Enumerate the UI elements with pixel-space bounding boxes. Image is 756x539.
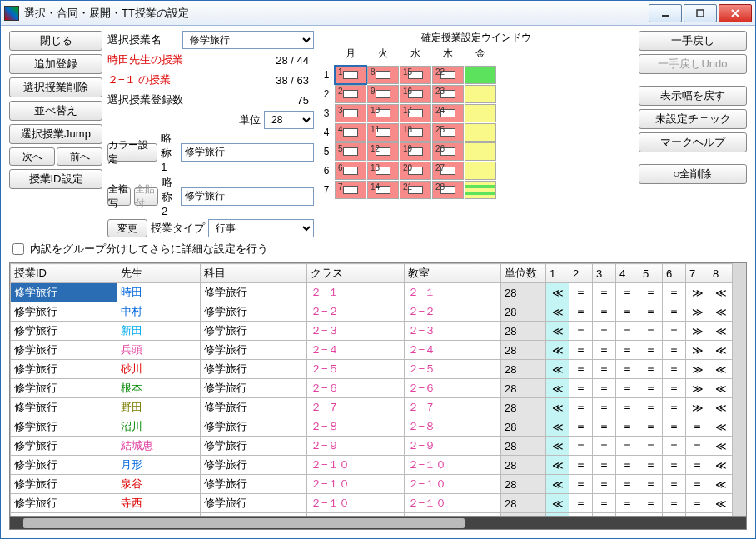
next-btn[interactable]: 次へ — [9, 147, 55, 166]
col-header[interactable]: 授業ID — [11, 264, 117, 283]
cal-cell[interactable] — [465, 66, 496, 84]
maximize-button[interactable] — [684, 4, 717, 22]
abbr1-label: 略称1 — [161, 131, 177, 173]
table-row[interactable]: 修学旅行砂川修学旅行２−５２−５28≪＝＝＝＝＝≫≪ — [11, 360, 733, 379]
type-select[interactable]: 行事 — [208, 219, 314, 237]
cal-cell[interactable]: 18 — [400, 123, 431, 142]
calendar-panel: 確定授業設定ウインドウ 月火水木金11815222291623331017244… — [319, 31, 634, 237]
copy-all-btn[interactable]: 全複写 — [107, 187, 131, 206]
table-row[interactable]: 修学旅行沼川修学旅行２−８２−８28≪＝＝＝＝＝＝≪ — [11, 417, 733, 437]
col-header[interactable]: 6 — [663, 264, 686, 283]
cal-cell[interactable]: 15 — [400, 66, 431, 84]
cal-row-num: 3 — [319, 104, 334, 122]
table-row[interactable]: 修学旅行根本修学旅行２−６２−６28≪＝＝＝＝＝≫≪ — [11, 379, 733, 398]
cal-cell[interactable]: 4 — [335, 123, 366, 142]
table-row[interactable]: 修学旅行結城恵修学旅行２−９２−９28≪＝＝＝＝＝＝≪ — [11, 437, 733, 456]
col-header[interactable]: 科目 — [201, 264, 307, 283]
add-btn[interactable]: 追加登録 — [9, 54, 102, 74]
cal-cell[interactable]: 13 — [367, 162, 399, 180]
cal-cell[interactable]: 23 — [432, 85, 464, 103]
class-line: ２−１ の授業 — [107, 72, 171, 87]
col-header[interactable]: 1 — [546, 264, 569, 283]
close-btn[interactable]: 閉じる — [9, 31, 102, 51]
cal-cell[interactable]: 6 — [335, 162, 366, 180]
app-icon — [4, 6, 19, 21]
unit-select[interactable]: 28 — [264, 111, 314, 129]
prev-btn[interactable]: 前へ — [57, 147, 102, 166]
table-row[interactable]: 修学旅行時田修学旅行２−１２−１28≪＝＝＝＝＝≫≪ — [11, 283, 733, 302]
cal-cell[interactable]: 21 — [400, 181, 431, 199]
window-buttons — [649, 4, 752, 22]
cal-cell[interactable]: 11 — [367, 123, 399, 142]
cal-cell[interactable]: 10 — [367, 104, 399, 122]
table-row[interactable]: 修学旅行寺西修学旅行２−１０２−１０28≪＝＝＝＝＝＝≪ — [11, 494, 733, 513]
cal-cell[interactable]: 27 — [432, 162, 464, 180]
group-checkbox[interactable] — [12, 243, 24, 255]
cal-cell[interactable]: 26 — [432, 142, 464, 161]
mark-help-btn[interactable]: マークヘルプ — [639, 132, 747, 152]
cal-cell[interactable]: 17 — [400, 104, 431, 122]
table-row[interactable]: 修学旅行兵頭修学旅行２−４２−４28≪＝＝＝＝＝≫≪ — [11, 341, 733, 360]
cal-cell[interactable]: 3 — [335, 104, 366, 122]
reset-width-btn[interactable]: 表示幅を戻す — [639, 86, 747, 106]
table-row[interactable]: 修学旅行野田修学旅行２−７２−７28≪＝＝＝＝＝≫≪ — [11, 398, 733, 417]
cal-cell[interactable]: 9 — [367, 85, 399, 103]
table-row[interactable]: 修学旅行月形修学旅行２−１０２−１０28≪＝＝＝＝＝＝≪ — [11, 456, 733, 475]
cal-cell[interactable]: 19 — [400, 142, 431, 161]
cal-cell[interactable] — [465, 162, 496, 180]
col-header[interactable]: クラス — [307, 264, 404, 283]
close-button[interactable] — [719, 4, 752, 22]
cal-cell[interactable]: 12 — [367, 142, 399, 161]
cal-cell[interactable]: 5 — [335, 142, 366, 161]
cal-cell[interactable] — [465, 104, 496, 122]
check-btn[interactable]: 未設定チェック — [639, 109, 747, 129]
col-header[interactable]: 教室 — [404, 264, 501, 283]
scrollbar-thumb[interactable] — [23, 518, 465, 528]
cal-cell[interactable]: 8 — [367, 66, 399, 84]
cal-cell[interactable]: 22 — [432, 66, 464, 84]
col-header[interactable]: 3 — [593, 264, 616, 283]
cal-cell[interactable]: 14 — [367, 181, 399, 199]
undo-btn[interactable]: 一手戻し — [639, 31, 747, 51]
cal-cell[interactable] — [465, 142, 496, 161]
name-select[interactable]: 修学旅行 — [182, 31, 314, 49]
data-table: 授業ID先生科目クラス教室単位数12345678 修学旅行時田修学旅行２−１２−… — [10, 263, 733, 516]
vertical-scrollbar[interactable] — [733, 263, 746, 516]
window: 選択・合同・展開・TT授業の設定 閉じる 追加登録 選択授業削除 並べ替え 選択… — [0, 0, 756, 539]
undo-en-btn[interactable]: 一手戻しUndo — [639, 54, 747, 74]
id-setting-btn[interactable]: 授業ID設定 — [9, 169, 102, 189]
cal-cell[interactable]: 1 — [335, 66, 366, 84]
change-btn[interactable]: 変更 — [107, 219, 147, 237]
table-scroll[interactable]: 授業ID先生科目クラス教室単位数12345678 修学旅行時田修学旅行２−１２−… — [10, 263, 733, 516]
col-header[interactable]: 先生 — [117, 264, 201, 283]
jump-btn[interactable]: 選択授業Jump — [9, 124, 102, 144]
minimize-button[interactable] — [649, 4, 682, 22]
cal-cell[interactable]: 2 — [335, 85, 366, 103]
cal-cell[interactable]: 28 — [432, 181, 464, 199]
cal-cell[interactable] — [465, 85, 496, 103]
cal-cell[interactable] — [465, 181, 496, 199]
col-header[interactable]: 2 — [569, 264, 593, 283]
col-header[interactable]: 7 — [686, 264, 709, 283]
abbr2-input[interactable] — [181, 187, 314, 206]
sort-btn[interactable]: 並べ替え — [9, 101, 102, 121]
cal-cell[interactable]: 16 — [400, 85, 431, 103]
paste-all-btn[interactable]: 全貼付 — [134, 187, 157, 206]
col-header[interactable]: 単位数 — [501, 264, 546, 283]
table-row[interactable]: 修学旅行中村修学旅行２−２２−２28≪＝＝＝＝＝≫≪ — [11, 302, 733, 322]
col-header[interactable]: 5 — [639, 264, 663, 283]
delete-all-btn[interactable]: ○全削除 — [639, 164, 747, 184]
delete-btn[interactable]: 選択授業削除 — [9, 77, 102, 97]
table-row[interactable]: 修学旅行泉谷修学旅行２−１０２−１０28≪＝＝＝＝＝＝≪ — [11, 475, 733, 494]
horizontal-scrollbar[interactable] — [10, 516, 746, 529]
cal-cell[interactable]: 25 — [432, 123, 464, 142]
col-header[interactable]: 4 — [616, 264, 639, 283]
cal-cell[interactable]: 20 — [400, 162, 431, 180]
cal-cell[interactable]: 24 — [432, 104, 464, 122]
color-btn[interactable]: カラー設定 — [107, 143, 157, 162]
col-header[interactable]: 8 — [709, 264, 733, 283]
cal-cell[interactable]: 7 — [335, 181, 366, 199]
table-row[interactable]: 修学旅行新田修学旅行２−３２−３28≪＝＝＝＝＝≫≪ — [11, 322, 733, 341]
abbr1-input[interactable] — [181, 143, 314, 162]
cal-cell[interactable] — [465, 123, 496, 142]
